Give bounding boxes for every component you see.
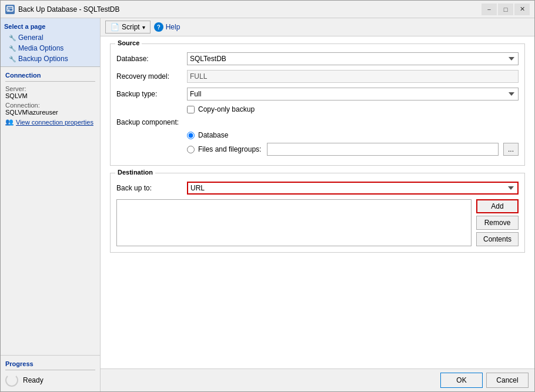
sidebar-general-label: General: [18, 33, 44, 42]
connection-section-title: Connection: [5, 72, 95, 82]
copy-only-row: Copy-only backup: [116, 105, 519, 113]
backup-type-control: Full Differential Transaction Log: [187, 88, 519, 100]
database-radio[interactable]: [187, 132, 195, 139]
sidebar-item-media-options[interactable]: 🔧 Media Options: [4, 43, 96, 53]
wrench-icon-media: 🔧: [9, 45, 16, 52]
sidebar-connection-section: Connection Server: SQLVM Connection: SQL…: [1, 67, 100, 355]
recovery-model-row: Recovery model: FULL: [116, 70, 519, 83]
bottom-bar: OK Cancel: [101, 368, 534, 391]
maximize-button[interactable]: □: [498, 4, 513, 15]
backup-to-label: Back up to:: [116, 184, 187, 192]
progress-title: Progress: [5, 360, 95, 370]
sidebar-item-general[interactable]: 🔧 General: [4, 32, 96, 43]
database-control: SQLTestDB: [187, 52, 519, 65]
recovery-model-label: Recovery model:: [116, 72, 187, 81]
script-label: Script: [122, 23, 140, 31]
database-radio-row: Database: [187, 131, 519, 139]
help-label: Help: [166, 23, 180, 31]
script-icon: 📄: [111, 23, 119, 31]
wrench-icon-general: 🔧: [9, 35, 16, 41]
svg-rect-0: [7, 6, 13, 11]
connection-value: SQLVM\azureuser: [5, 109, 95, 116]
progress-section: Progress Ready: [1, 355, 100, 391]
script-chevron-icon: [142, 23, 145, 31]
help-button[interactable]: ? Help: [154, 22, 180, 32]
cancel-button[interactable]: Cancel: [486, 373, 529, 388]
toolbar: 📄 Script ? Help: [101, 18, 534, 36]
help-icon: ?: [154, 22, 163, 32]
destination-buttons: Add Remove Contents: [476, 199, 519, 246]
wrench-icon-backup: 🔧: [9, 56, 16, 62]
title-bar-left: Back Up Database - SQLTestDB: [5, 5, 120, 14]
browse-button[interactable]: ...: [503, 143, 519, 156]
database-select[interactable]: SQLTestDB: [187, 52, 519, 65]
source-section: Source Database: SQLTestDB Recovery mode…: [110, 43, 525, 166]
minimize-button[interactable]: −: [482, 4, 497, 15]
backup-component-row: Backup component:: [116, 118, 519, 126]
view-connection-text: View connection properties: [16, 119, 93, 126]
backup-type-select[interactable]: Full Differential Transaction Log: [187, 88, 519, 100]
progress-status-row: Ready: [5, 374, 95, 387]
radio-group: Database Files and filegroups: ...: [116, 131, 519, 156]
files-radio[interactable]: [187, 146, 195, 153]
window-controls: − □ ✕: [482, 4, 530, 15]
destination-area: Add Remove Contents: [116, 199, 519, 246]
backup-type-label: Backup type:: [116, 90, 187, 98]
copy-only-label: Copy-only backup: [198, 105, 255, 113]
files-radio-row: Files and filegroups: ...: [187, 143, 519, 156]
window-icon: [5, 5, 15, 14]
sidebar-item-backup-options[interactable]: 🔧 Backup Options: [4, 53, 96, 64]
ok-button[interactable]: OK: [440, 373, 483, 388]
sidebar-backup-label: Backup Options: [18, 55, 68, 63]
source-legend: Source: [115, 39, 142, 46]
script-button[interactable]: 📄 Script: [105, 21, 151, 33]
progress-spinner: [5, 374, 18, 387]
database-row: Database: SQLTestDB: [116, 52, 519, 65]
copy-only-checkbox[interactable]: [187, 106, 195, 113]
sidebar-pages-section: Select a page 🔧 General 🔧 Media Options …: [1, 18, 100, 67]
connection-row: Connection: SQLVM\azureuser: [5, 102, 95, 116]
sidebar-pages-title: Select a page: [4, 23, 96, 30]
server-label: Server:: [5, 85, 95, 92]
title-bar: Back Up Database - SQLTestDB − □ ✕: [1, 1, 534, 18]
progress-status-text: Ready: [23, 376, 44, 384]
content-area: Select a page 🔧 General 🔧 Media Options …: [1, 18, 534, 391]
destination-section: Destination Back up to: URL Disk Tape: [110, 173, 525, 253]
view-connection-link[interactable]: 👥 View connection properties: [5, 118, 95, 126]
database-label: Database:: [116, 55, 187, 63]
recovery-model-value: FULL: [187, 70, 519, 83]
contents-button[interactable]: Contents: [476, 232, 519, 246]
backup-type-row: Backup type: Full Differential Transacti…: [116, 88, 519, 100]
server-value: SQLVM: [5, 92, 95, 99]
add-button[interactable]: Add: [476, 199, 519, 213]
files-radio-label: Files and filegroups:: [198, 145, 261, 153]
close-button[interactable]: ✕: [514, 4, 530, 15]
backup-component-label: Backup component:: [116, 118, 187, 126]
destination-legend: Destination: [115, 169, 155, 176]
database-radio-label: Database: [198, 131, 228, 139]
window-title: Back Up Database - SQLTestDB: [18, 5, 120, 14]
recovery-model-control: FULL: [187, 70, 519, 83]
main-window: Back Up Database - SQLTestDB − □ ✕ Selec…: [0, 0, 535, 392]
sidebar-media-label: Media Options: [18, 44, 63, 52]
form-area: Source Database: SQLTestDB Recovery mode…: [101, 36, 534, 368]
remove-button[interactable]: Remove: [476, 216, 519, 230]
main-panel: 📄 Script ? Help Source Datab: [101, 18, 534, 391]
backup-to-select[interactable]: URL Disk Tape: [187, 182, 519, 195]
files-input[interactable]: [267, 143, 499, 156]
connection-icon: 👥: [5, 118, 14, 126]
svg-rect-2: [8, 9, 9, 11]
source-content: Database: SQLTestDB Recovery model: FULL: [111, 44, 524, 165]
destination-content: Back up to: URL Disk Tape Add: [111, 173, 524, 252]
backup-to-row: Back up to: URL Disk Tape: [116, 182, 519, 195]
destination-list: [116, 199, 472, 246]
server-row: Server: SQLVM: [5, 85, 95, 99]
connection-label: Connection:: [5, 102, 95, 109]
sidebar: Select a page 🔧 General 🔧 Media Options …: [1, 18, 101, 391]
